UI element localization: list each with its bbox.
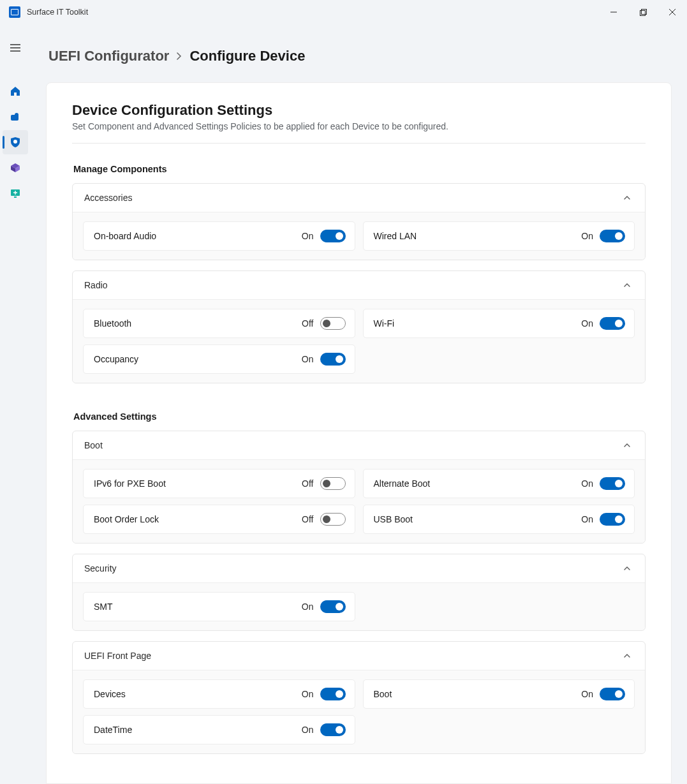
- toggle-wired-lan: Wired LAN On: [363, 221, 635, 251]
- panel-title: Boot: [84, 440, 103, 450]
- svg-point-3: [15, 113, 18, 117]
- toggle-switch[interactable]: [320, 353, 346, 366]
- toggle-label: Bluetooth: [94, 318, 131, 329]
- chevron-up-icon: [623, 441, 631, 449]
- chevron-up-icon: [623, 281, 631, 289]
- content-card: Device Configuration Settings Set Compon…: [46, 82, 672, 784]
- toggle-state-text: On: [581, 689, 593, 699]
- panel-title: UEFI Front Page: [84, 651, 151, 661]
- toggle-label: DateTime: [94, 725, 132, 735]
- toggle-smt: SMT On: [83, 592, 355, 621]
- toggle-state-text: On: [581, 514, 593, 524]
- window-controls: [599, 2, 687, 22]
- recovery-icon: [10, 188, 21, 199]
- svg-point-4: [13, 140, 17, 144]
- home-icon: [10, 85, 21, 97]
- chevron-up-icon: [623, 194, 631, 202]
- chevron-up-icon: [623, 565, 631, 572]
- toggle-state-text: Off: [302, 514, 313, 524]
- chevron-up-icon: [623, 652, 631, 660]
- breadcrumb-root[interactable]: UEFI Configurator: [48, 48, 169, 64]
- panel-header-radio[interactable]: Radio: [73, 271, 645, 300]
- toggle-switch[interactable]: [320, 513, 346, 526]
- toggle-label: On-board Audio: [94, 231, 156, 241]
- svg-rect-1: [641, 9, 646, 14]
- toggle-wifi: Wi-Fi On: [363, 309, 635, 338]
- app-icon: [9, 6, 20, 18]
- toggle-bluetooth: Bluetooth Off: [83, 309, 355, 338]
- page-title: Device Configuration Settings: [72, 102, 646, 119]
- toggle-state-text: On: [302, 602, 314, 612]
- section-label-components: Manage Components: [73, 164, 646, 174]
- panel-header-security[interactable]: Security: [73, 554, 645, 583]
- panel-accessories: Accessories On-board Audio On Wired: [72, 183, 646, 260]
- toggle-switch[interactable]: [320, 600, 346, 613]
- page-subtitle: Set Component and Advanced Settings Poli…: [72, 121, 646, 131]
- toggle-state-text: On: [581, 478, 593, 489]
- panel-radio: Radio Bluetooth Off Wi-Fi: [72, 270, 646, 383]
- toggle-switch[interactable]: [320, 723, 346, 736]
- maximize-button[interactable]: [628, 2, 658, 22]
- toggle-label: Boot: [374, 689, 392, 699]
- hamburger-icon: [10, 42, 21, 54]
- close-button[interactable]: [658, 2, 687, 22]
- toggle-state-text: On: [581, 318, 593, 329]
- toggle-label: USB Boot: [374, 514, 413, 524]
- app-title: Surface IT Toolkit: [27, 8, 88, 17]
- toggle-switch[interactable]: [320, 230, 346, 242]
- toggle-state-text: On: [581, 231, 593, 241]
- panel-header-accessories[interactable]: Accessories: [73, 184, 645, 212]
- sidebar-item-home[interactable]: [3, 79, 28, 103]
- toggle-switch[interactable]: [320, 688, 346, 700]
- toggle-switch[interactable]: [600, 317, 625, 330]
- sidebar-item-recovery[interactable]: [3, 181, 28, 205]
- svg-rect-6: [14, 196, 17, 198]
- shield-icon: [10, 137, 21, 148]
- toggle-switch[interactable]: [600, 513, 625, 526]
- toggle-occupancy: Occupancy On: [83, 344, 355, 374]
- toggle-datetime: DateTime On: [83, 715, 355, 744]
- toggle-label: Boot Order Lock: [94, 514, 159, 524]
- toggle-label: Devices: [94, 689, 126, 699]
- minimize-button[interactable]: [599, 2, 628, 22]
- toggle-usb-boot: USB Boot On: [363, 505, 635, 534]
- panel-header-uefi-front-page[interactable]: UEFI Front Page: [73, 642, 645, 670]
- divider: [72, 143, 646, 144]
- panel-uefi-front-page: UEFI Front Page Devices On Boot: [72, 641, 646, 754]
- toggle-alternate-boot: Alternate Boot On: [363, 469, 635, 498]
- titlebar: Surface IT Toolkit: [0, 0, 687, 24]
- breadcrumb: UEFI Configurator Configure Device: [46, 24, 672, 82]
- breadcrumb-current: Configure Device: [189, 48, 305, 64]
- panel-header-boot[interactable]: Boot: [73, 431, 645, 460]
- section-label-advanced: Advanced Settings: [73, 411, 646, 422]
- toggle-state-text: On: [302, 354, 314, 364]
- toggle-label: IPv6 for PXE Boot: [94, 478, 166, 489]
- toggle-boot-frontpage: Boot On: [363, 679, 635, 709]
- panel-title: Security: [84, 563, 117, 573]
- toggle-state-text: On: [302, 725, 314, 735]
- toggle-switch[interactable]: [600, 230, 625, 242]
- toggle-label: Wi-Fi: [374, 318, 395, 329]
- data-eraser-icon: [10, 111, 21, 122]
- toggle-switch[interactable]: [320, 317, 346, 330]
- toggle-boot-order-lock: Boot Order Lock Off: [83, 505, 355, 534]
- toggle-switch[interactable]: [600, 688, 625, 700]
- toggle-label: SMT: [94, 602, 113, 612]
- toggle-onboard-audio: On-board Audio On: [83, 221, 355, 251]
- toggle-ipv6-pxe: IPv6 for PXE Boot Off: [83, 469, 355, 498]
- sidebar-item-uefi-configurator[interactable]: [3, 130, 28, 154]
- toggle-devices: Devices On: [83, 679, 355, 709]
- toggle-switch[interactable]: [320, 477, 346, 490]
- toggle-label: Occupancy: [94, 354, 138, 364]
- panel-title: Accessories: [84, 193, 132, 203]
- sidebar-item-app-packager[interactable]: [3, 156, 28, 180]
- chevron-right-icon: [175, 52, 183, 60]
- toggle-state-text: Off: [302, 478, 313, 489]
- nav-menu-button[interactable]: [3, 36, 28, 60]
- toggle-switch[interactable]: [600, 477, 625, 490]
- sidebar-item-eraser[interactable]: [3, 105, 28, 129]
- toggle-label: Alternate Boot: [374, 478, 431, 489]
- svg-rect-0: [640, 10, 645, 15]
- toggle-label: Wired LAN: [374, 231, 417, 241]
- toggle-state-text: Off: [302, 318, 313, 329]
